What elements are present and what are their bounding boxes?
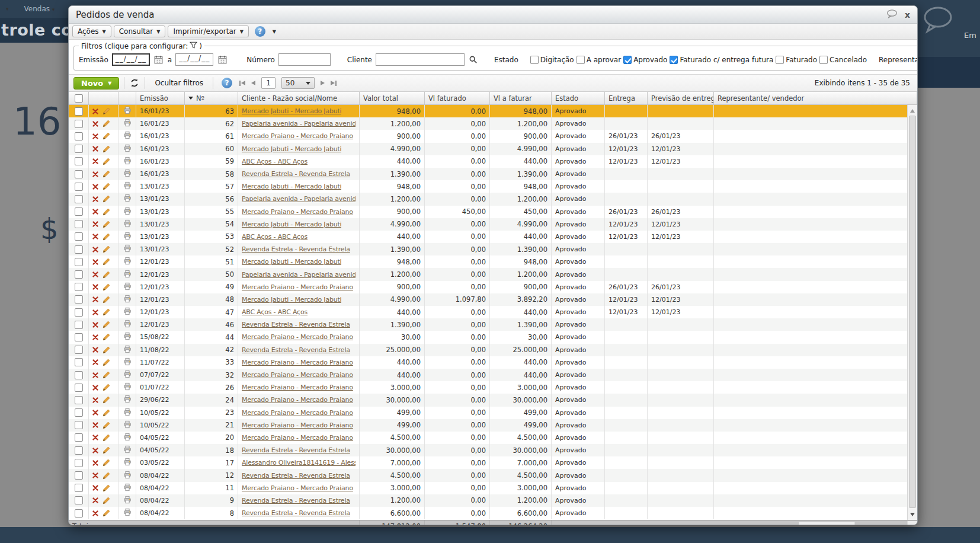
edit-icon[interactable] xyxy=(103,333,110,341)
cliente-link[interactable]: ABC Aços - ABC Aços xyxy=(242,308,308,316)
delete-icon[interactable] xyxy=(92,472,100,478)
menu-acoes[interactable]: Ações▼ xyxy=(72,25,111,37)
print-icon[interactable] xyxy=(123,295,132,305)
cliente-link[interactable]: Mercado Jabuti - Mercado Jabuti xyxy=(242,145,341,153)
table-row[interactable]: 11/08/22 42 Revenda Estrela - Revenda Es… xyxy=(69,344,907,356)
cliente-link[interactable]: ABC Aços - ABC Aços xyxy=(242,158,308,165)
cliente-link[interactable]: Mercado Praiano - Mercado Praiano xyxy=(242,409,353,417)
funnel-icon[interactable] xyxy=(190,41,197,50)
cliente-link[interactable]: Alessandro Oliveira18141619 - Alessand..… xyxy=(242,459,356,467)
table-row[interactable]: 13/01/23 56 Papelaria avenida - Papelari… xyxy=(69,193,907,205)
table-row[interactable]: 10/05/22 23 Mercado Praiano - Mercado Pr… xyxy=(69,407,907,419)
edit-icon[interactable] xyxy=(103,497,110,504)
print-icon[interactable] xyxy=(123,458,132,468)
table-row[interactable]: 16/01/23 60 Mercado Jabuti - Mercado Jab… xyxy=(69,143,907,155)
edit-icon[interactable] xyxy=(103,396,110,404)
delete-icon[interactable] xyxy=(92,422,100,428)
previous-page-button[interactable] xyxy=(251,81,255,85)
row-checkbox[interactable] xyxy=(75,471,83,480)
estado-checkbox[interactable]: Faturado c/ entrega futura xyxy=(670,56,773,64)
help-icon[interactable]: ? xyxy=(222,78,232,88)
delete-icon[interactable] xyxy=(92,171,100,177)
select-all-checkbox[interactable] xyxy=(69,92,89,104)
page-size-select[interactable]: 50 xyxy=(281,77,315,89)
edit-icon[interactable] xyxy=(103,409,110,417)
row-checkbox[interactable] xyxy=(75,157,83,165)
table-row[interactable]: 04/05/22 18 Revenda Estrela - Revenda Es… xyxy=(69,444,907,456)
edit-icon[interactable] xyxy=(103,233,110,241)
delete-icon[interactable] xyxy=(92,196,100,202)
next-page-button[interactable] xyxy=(321,81,325,85)
row-checkbox[interactable] xyxy=(75,220,83,228)
header-valor-total[interactable]: Valor total xyxy=(360,92,425,104)
cliente-link[interactable]: Mercado Jabuti - Mercado Jabuti xyxy=(242,107,341,115)
print-icon[interactable] xyxy=(123,320,132,330)
table-row[interactable]: 12/01/23 51 Mercado Jabuti - Mercado Jab… xyxy=(69,255,907,268)
cliente-link[interactable]: Mercado Praiano - Mercado Praiano xyxy=(242,208,353,216)
delete-icon[interactable] xyxy=(92,146,100,152)
cliente-link[interactable]: Mercado Praiano - Mercado Praiano xyxy=(242,359,353,366)
delete-icon[interactable] xyxy=(92,385,100,391)
table-row[interactable]: 10/05/22 21 Mercado Praiano - Mercado Pr… xyxy=(69,419,907,432)
edit-icon[interactable] xyxy=(103,509,110,517)
delete-icon[interactable] xyxy=(92,448,100,453)
print-icon[interactable] xyxy=(123,420,132,430)
estado-checkbox[interactable]: A aprovar xyxy=(577,56,621,64)
print-icon[interactable] xyxy=(123,181,132,191)
row-checkbox[interactable] xyxy=(75,120,83,128)
delete-icon[interactable] xyxy=(92,435,100,440)
table-row[interactable]: 08/04/22 12 Revenda Estrela - Revenda Es… xyxy=(69,469,907,481)
delete-icon[interactable] xyxy=(92,359,100,365)
print-icon[interactable] xyxy=(123,257,132,267)
print-icon[interactable] xyxy=(123,219,132,229)
edit-icon[interactable] xyxy=(103,271,110,279)
table-row[interactable]: 01/07/22 26 Mercado Praiano - Mercado Pr… xyxy=(69,381,907,394)
cliente-link[interactable]: Revenda Estrela - Revenda Estrela xyxy=(242,446,350,454)
print-icon[interactable] xyxy=(123,207,132,217)
header-vl-a-faturar[interactable]: Vl a faturar xyxy=(490,92,552,104)
delete-icon[interactable] xyxy=(92,158,100,164)
emissao-end-input[interactable]: __/__/__ xyxy=(175,53,213,66)
cliente-link[interactable]: Papelaria avenida - Papelaria avenida xyxy=(242,195,356,203)
row-checkbox[interactable] xyxy=(75,371,83,379)
edit-icon[interactable] xyxy=(103,359,110,366)
delete-icon[interactable] xyxy=(92,485,100,491)
cliente-link[interactable]: Revenda Estrela - Revenda Estrela xyxy=(242,346,350,354)
edit-icon[interactable] xyxy=(103,258,110,266)
row-checkbox[interactable] xyxy=(75,396,83,404)
delete-icon[interactable] xyxy=(92,334,100,340)
print-icon[interactable] xyxy=(123,370,132,380)
edit-icon[interactable] xyxy=(103,346,110,354)
edit-icon[interactable] xyxy=(103,434,110,442)
checkbox-box[interactable] xyxy=(670,56,678,64)
edit-icon[interactable] xyxy=(103,384,110,391)
print-icon[interactable] xyxy=(123,106,132,116)
print-icon[interactable] xyxy=(123,270,132,280)
cliente-link[interactable]: Mercado Praiano - Mercado Praiano xyxy=(242,384,353,391)
table-row[interactable]: 12/01/23 49 Mercado Praiano - Mercado Pr… xyxy=(69,281,907,293)
table-row[interactable]: 12/01/23 48 Mercado Jabuti - Mercado Jab… xyxy=(69,293,907,306)
novo-button[interactable]: Novo▼ xyxy=(73,77,119,90)
table-row[interactable]: 13/01/23 57 Mercado Jabuti - Mercado Jab… xyxy=(69,180,907,193)
last-page-button[interactable] xyxy=(331,81,337,86)
header-estado[interactable]: Estado xyxy=(552,92,605,104)
table-row[interactable]: 03/05/22 17 Alessandro Oliveira18141619 … xyxy=(69,456,907,469)
delete-icon[interactable] xyxy=(92,108,100,114)
print-icon[interactable] xyxy=(123,345,132,355)
checkbox-box[interactable] xyxy=(776,56,784,64)
checkbox-box[interactable] xyxy=(819,56,828,64)
row-checkbox[interactable] xyxy=(75,283,83,291)
cliente-link[interactable]: Mercado Praiano - Mercado Praiano xyxy=(242,484,353,492)
row-checkbox[interactable] xyxy=(75,446,83,455)
edit-icon[interactable] xyxy=(103,208,110,216)
print-icon[interactable] xyxy=(123,408,132,418)
calendar-icon[interactable] xyxy=(217,55,228,65)
delete-icon[interactable] xyxy=(92,309,100,315)
print-icon[interactable] xyxy=(123,156,132,167)
delete-icon[interactable] xyxy=(92,247,100,253)
cliente-link[interactable]: Mercado Jabuti - Mercado Jabuti xyxy=(242,296,341,304)
row-checkbox[interactable] xyxy=(75,195,83,203)
delete-icon[interactable] xyxy=(92,397,100,403)
row-checkbox[interactable] xyxy=(75,183,83,191)
row-checkbox[interactable] xyxy=(75,321,83,329)
